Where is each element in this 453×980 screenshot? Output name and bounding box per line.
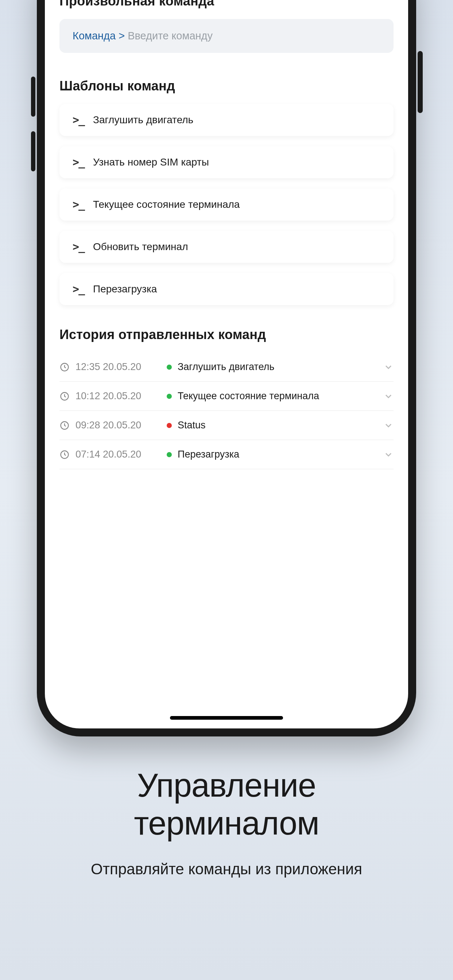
command-input-label: Команда > <box>73 30 125 42</box>
history-command: Перезагрузка <box>178 449 383 460</box>
app-screen: Произвольная команда Команда > Введите к… <box>45 0 408 729</box>
template-item-update-terminal[interactable]: >_ Обновить терминал <box>59 231 394 263</box>
promo-section: Управление терминалом Отправляйте команд… <box>0 767 453 878</box>
command-input-placeholder: Введите команду <box>128 30 213 42</box>
history-item[interactable]: 07:14 20.05.20 Перезагрузка <box>59 440 394 469</box>
phone-side-button <box>31 131 35 171</box>
command-input[interactable]: Команда > Введите команду <box>59 19 394 53</box>
template-item-reboot[interactable]: >_ Перезагрузка <box>59 273 394 305</box>
custom-command-title: Произвольная команда <box>59 0 394 9</box>
chevron-down-icon <box>383 450 394 460</box>
history-time: 12:35 20.05.20 <box>75 361 160 372</box>
history-item[interactable]: 10:12 20.05.20 Текущее состояние термина… <box>59 382 394 411</box>
templates-list: >_ Заглушить двигатель >_ Узнать номер S… <box>59 104 394 305</box>
terminal-prompt-icon: >_ <box>73 284 83 294</box>
template-label: Узнать номер SIM карты <box>93 156 209 168</box>
history-item[interactable]: 12:35 20.05.20 Заглушить двигатель <box>59 353 394 382</box>
promo-subtitle: Отправляйте команды из приложения <box>0 861 453 878</box>
status-dot-success <box>167 394 172 399</box>
chevron-down-icon <box>383 420 394 431</box>
clock-icon <box>59 450 70 460</box>
promo-title: Управление терминалом <box>0 767 453 842</box>
clock-icon <box>59 420 70 431</box>
chevron-down-icon <box>383 391 394 401</box>
history-command: Заглушить двигатель <box>178 361 383 372</box>
history-title: История отправленных команд <box>59 327 394 342</box>
history-command: Текущее состояние терминала <box>178 390 383 402</box>
terminal-prompt-icon: >_ <box>73 157 83 168</box>
template-label: Заглушить двигатель <box>93 114 193 126</box>
template-label: Перезагрузка <box>93 283 157 295</box>
home-indicator[interactable] <box>170 716 283 720</box>
template-item-stop-engine[interactable]: >_ Заглушить двигатель <box>59 104 394 136</box>
status-dot-success <box>167 364 172 370</box>
phone-body: Произвольная команда Команда > Введите к… <box>37 0 416 737</box>
phone-frame: Произвольная команда Команда > Введите к… <box>37 0 416 737</box>
history-list: 12:35 20.05.20 Заглушить двигатель 10:12… <box>59 353 394 469</box>
templates-title: Шаблоны команд <box>59 78 394 94</box>
status-dot-success <box>167 452 172 457</box>
template-item-sim-number[interactable]: >_ Узнать номер SIM карты <box>59 146 394 178</box>
terminal-prompt-icon: >_ <box>73 241 83 252</box>
template-item-terminal-status[interactable]: >_ Текущее состояние терминала <box>59 188 394 221</box>
template-label: Обновить терминал <box>93 241 188 253</box>
template-label: Текущее состояние терминала <box>93 199 239 210</box>
history-time: 07:14 20.05.20 <box>75 449 160 460</box>
clock-icon <box>59 362 70 372</box>
terminal-prompt-icon: >_ <box>73 199 83 210</box>
history-time: 10:12 20.05.20 <box>75 390 160 402</box>
chevron-down-icon <box>383 362 394 372</box>
history-command: Status <box>178 420 383 431</box>
history-time: 09:28 20.05.20 <box>75 420 160 431</box>
history-item[interactable]: 09:28 20.05.20 Status <box>59 411 394 440</box>
app-content: Произвольная команда Команда > Введите к… <box>45 0 408 469</box>
clock-icon <box>59 391 70 401</box>
status-dot-error <box>167 423 172 428</box>
terminal-prompt-icon: >_ <box>73 115 83 126</box>
